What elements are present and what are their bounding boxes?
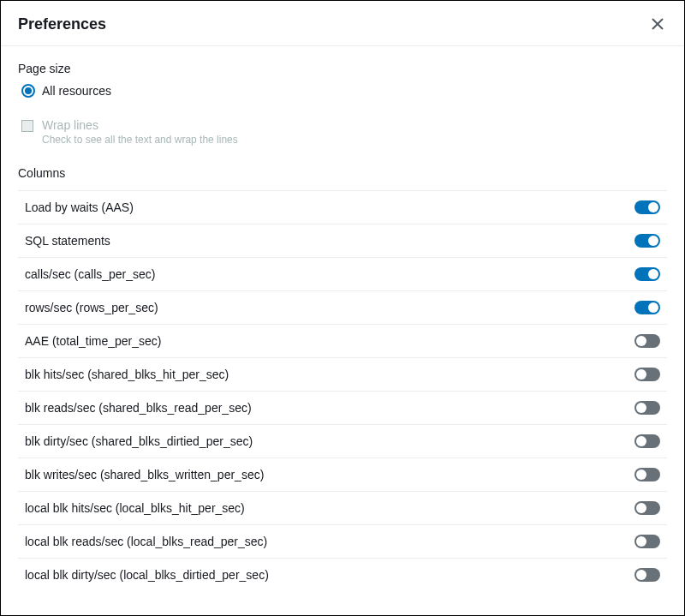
column-item: blk reads/sec (shared_blks_read_per_sec) [18, 391, 667, 424]
wrap-lines-description: Check to see all the text and wrap the l… [42, 134, 238, 146]
close-button[interactable] [648, 15, 667, 33]
dialog-content: Page size All resources Wrap lines Check… [1, 46, 684, 591]
column-label: rows/sec (rows_per_sec) [25, 301, 158, 314]
column-label: blk reads/sec (shared_blks_read_per_sec) [25, 401, 252, 415]
toggle-knob [636, 336, 646, 346]
column-item: calls/sec (calls_per_sec) [18, 257, 667, 290]
column-item: blk dirty/sec (shared_blks_dirtied_per_s… [18, 424, 667, 458]
toggle-knob [636, 469, 646, 480]
column-item: AAE (total_time_per_sec) [18, 324, 667, 357]
toggle-knob [636, 369, 646, 380]
column-label: Load by waits (AAS) [25, 200, 134, 214]
toggle-knob [648, 236, 658, 246]
toggle-knob [636, 436, 646, 446]
column-toggle[interactable] [634, 501, 660, 515]
column-toggle[interactable] [634, 468, 660, 481]
column-item: rows/sec (rows_per_sec) [18, 290, 667, 324]
toggle-knob [648, 202, 658, 212]
columns-section-label: Columns [18, 166, 667, 180]
column-item: blk writes/sec (shared_blks_written_per_… [18, 458, 667, 491]
radio-label-all-resources: All resources [42, 84, 111, 98]
radio-selected-indicator [25, 87, 32, 94]
wrap-lines-row: Wrap lines Check to see all the text and… [21, 118, 667, 146]
page-size-option-row[interactable]: All resources [21, 84, 667, 98]
column-label: calls/sec (calls_per_sec) [25, 267, 156, 281]
toggle-knob [636, 503, 646, 513]
column-toggle[interactable] [634, 301, 660, 314]
column-label: local blk reads/sec (local_blks_read_per… [25, 535, 267, 548]
column-toggle[interactable] [634, 368, 660, 381]
column-item: local blk dirty/sec (local_blks_dirtied_… [18, 558, 667, 591]
wrap-lines-labels: Wrap lines Check to see all the text and… [42, 118, 238, 146]
close-icon [652, 18, 664, 30]
column-toggle[interactable] [634, 267, 660, 281]
column-label: local blk hits/sec (local_blks_hit_per_s… [25, 501, 245, 515]
column-toggle[interactable] [634, 334, 660, 348]
column-label: local blk dirty/sec (local_blks_dirtied_… [25, 568, 269, 582]
toggle-knob [648, 269, 658, 279]
column-toggle[interactable] [634, 200, 660, 214]
column-item: local blk hits/sec (local_blks_hit_per_s… [18, 491, 667, 524]
toggle-knob [636, 536, 646, 547]
column-label: blk writes/sec (shared_blks_written_per_… [25, 468, 264, 481]
radio-all-resources[interactable] [21, 84, 35, 98]
column-item: SQL statements [18, 224, 667, 257]
wrap-lines-title: Wrap lines [42, 118, 238, 132]
wrap-lines-checkbox [21, 120, 33, 132]
column-toggle[interactable] [634, 568, 660, 582]
column-label: SQL statements [25, 234, 110, 248]
column-item: Load by waits (AAS) [18, 190, 667, 224]
column-toggle[interactable] [634, 401, 660, 415]
dialog-title: Preferences [18, 15, 106, 33]
column-label: blk dirty/sec (shared_blks_dirtied_per_s… [25, 434, 253, 448]
column-toggle[interactable] [634, 535, 660, 548]
columns-list: Load by waits (AAS)SQL statementscalls/s… [18, 190, 667, 591]
page-size-label: Page size [18, 62, 667, 75]
toggle-knob [636, 570, 646, 580]
column-label: blk hits/sec (shared_blks_hit_per_sec) [25, 368, 229, 381]
column-item: blk hits/sec (shared_blks_hit_per_sec) [18, 357, 667, 391]
dialog-header: Preferences [1, 1, 684, 46]
column-label: AAE (total_time_per_sec) [25, 334, 162, 348]
column-toggle[interactable] [634, 434, 660, 448]
column-toggle[interactable] [634, 234, 660, 248]
toggle-knob [636, 403, 646, 413]
column-item: local blk reads/sec (local_blks_read_per… [18, 524, 667, 558]
toggle-knob [648, 302, 658, 313]
